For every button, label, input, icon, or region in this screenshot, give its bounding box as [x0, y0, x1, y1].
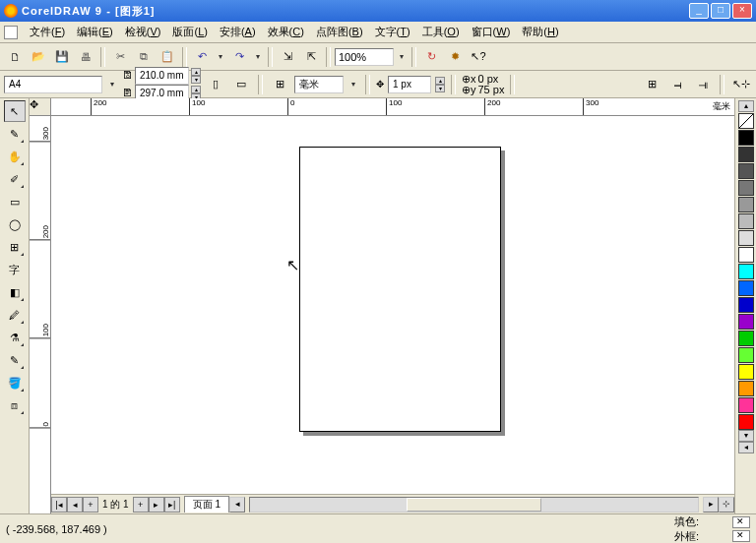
document-icon[interactable] [4, 26, 18, 39]
color-swatch[interactable] [738, 264, 754, 279]
color-swatch[interactable] [738, 230, 754, 246]
first-page-button[interactable]: |◂ [51, 497, 67, 513]
page-dup-icon[interactable]: ⊞ [269, 74, 290, 95]
launch-button[interactable]: ✹ [444, 46, 466, 68]
zoom-level-field[interactable]: 100% [335, 48, 394, 66]
minimize-button[interactable]: _ [689, 3, 709, 19]
color-swatch[interactable] [738, 347, 754, 363]
menu-v[interactable]: 检视(V) [119, 24, 167, 39]
import-button[interactable]: ⇲ [277, 46, 298, 68]
zoom-dropdown[interactable]: ▾ [396, 52, 408, 61]
drawing-canvas[interactable]: ↖ [51, 116, 734, 494]
color-swatch[interactable] [738, 180, 754, 196]
portrait-button[interactable]: ▯ [205, 74, 226, 95]
outline-tool[interactable]: ✎ [4, 349, 26, 371]
fill-indicator[interactable] [732, 516, 750, 528]
paper-dropdown[interactable]: ▾ [106, 80, 118, 89]
add-page-before-button[interactable]: + [83, 497, 98, 513]
next-page-button[interactable]: ▸ [149, 497, 164, 513]
nudge-field[interactable]: 1 px [388, 76, 431, 93]
rectangle-tool[interactable]: ▭ [4, 191, 26, 212]
snap-guides-button[interactable]: ⫤ [666, 74, 688, 95]
color-swatch[interactable] [738, 280, 754, 296]
hand-tool[interactable]: ✋ [4, 146, 26, 167]
page-width-field[interactable]: 210.0 mm [135, 67, 189, 85]
fill-tool[interactable]: 🪣 [4, 372, 26, 393]
freehand-tool[interactable]: ✐ [4, 168, 26, 190]
new-button[interactable]: 🗋 [4, 46, 26, 68]
maximize-button[interactable]: □ [711, 3, 730, 19]
color-swatch[interactable] [738, 397, 754, 413]
no-color-swatch[interactable] [738, 113, 754, 129]
save-button[interactable]: 💾 [51, 46, 73, 68]
help-cursor-button[interactable]: ↖? [468, 46, 489, 68]
color-swatch[interactable] [738, 297, 754, 313]
color-swatch[interactable] [738, 364, 754, 380]
units-dropdown[interactable]: ▾ [347, 80, 359, 89]
menu-l[interactable]: 版面(L) [166, 24, 213, 39]
export-button[interactable]: ⇱ [300, 46, 322, 68]
menu-h[interactable]: 帮助(H) [516, 24, 564, 39]
color-swatch[interactable] [738, 213, 754, 229]
prev-page-button[interactable]: ◂ [67, 497, 83, 513]
refresh-button[interactable]: ↻ [420, 46, 442, 68]
horizontal-scrollbar[interactable] [249, 497, 699, 513]
color-swatch[interactable] [738, 314, 754, 330]
polygon-tool[interactable]: ⊞ [4, 236, 26, 258]
color-swatch[interactable] [738, 147, 754, 162]
hscroll-right-button[interactable]: ▸ [703, 497, 719, 513]
cut-button[interactable]: ✂ [109, 46, 131, 68]
menu-f[interactable]: 文件(F) [24, 24, 71, 39]
color-swatch[interactable] [738, 197, 754, 212]
dup-y-field[interactable]: 75 px [478, 85, 505, 95]
page-tab[interactable]: 页面 1 [184, 496, 229, 513]
last-page-button[interactable]: ▸| [164, 497, 180, 513]
color-swatch[interactable] [738, 414, 754, 430]
shape-tool[interactable]: ✎ [4, 123, 26, 145]
ellipse-tool[interactable]: ◯ [4, 213, 26, 235]
landscape-button[interactable]: ▭ [230, 74, 252, 95]
units-field[interactable]: 毫米 [294, 76, 344, 93]
color-swatch[interactable] [738, 381, 754, 396]
color-swatch[interactable] [738, 130, 754, 146]
hscroll-thumb[interactable] [407, 498, 540, 512]
menu-b[interactable]: 点阵图(B) [310, 24, 369, 39]
vertical-ruler[interactable]: 3002001000 [30, 116, 51, 513]
menu-w[interactable]: 窗口(W) [466, 24, 517, 39]
hscroll-left-button[interactable]: ◂ [229, 497, 245, 513]
text-tool[interactable]: 字 [4, 259, 26, 280]
undo-dropdown[interactable]: ▾ [215, 52, 226, 61]
navigator-button[interactable]: ⊹ [719, 497, 734, 513]
paste-button[interactable]: 📋 [157, 46, 178, 68]
color-swatch[interactable] [738, 163, 754, 179]
menu-t[interactable]: 文字(T) [369, 24, 416, 39]
add-page-after-button[interactable]: + [133, 497, 149, 513]
dup-x-field[interactable]: 0 px [478, 74, 499, 85]
color-swatch[interactable] [738, 247, 754, 263]
menu-o[interactable]: 工具(O) [416, 24, 466, 39]
menu-e[interactable]: 编辑(E) [71, 24, 119, 39]
eyedropper-tool[interactable]: ⚗ [4, 327, 26, 348]
outline-indicator[interactable] [732, 530, 750, 542]
snap-grid-button[interactable]: ⊞ [641, 74, 662, 95]
interactive-blend-tool[interactable]: ⧈ [4, 394, 26, 416]
close-button[interactable]: × [732, 3, 752, 19]
palette-scroll-up[interactable]: ▴ [738, 100, 754, 112]
horizontal-ruler[interactable]: 2001000100200300 [51, 98, 734, 116]
page[interactable] [299, 147, 501, 432]
menu-a[interactable]: 安排(A) [214, 24, 262, 39]
paper-size-field[interactable]: A4 [4, 76, 102, 93]
color-swatch[interactable] [738, 331, 754, 346]
options-button[interactable]: ↖⊹ [730, 74, 752, 95]
print-button[interactable]: 🖶 [75, 46, 96, 68]
pick-tool[interactable]: ↖ [4, 100, 26, 122]
interactive-fill-tool[interactable]: ◧ [4, 281, 26, 303]
snap-objects-button[interactable]: ⫣ [692, 74, 714, 95]
redo-button[interactable]: ↷ [228, 46, 250, 68]
undo-button[interactable]: ↶ [191, 46, 213, 68]
open-button[interactable]: 📂 [28, 46, 49, 68]
menu-c[interactable]: 效果(C) [262, 24, 310, 39]
palette-scroll-down[interactable]: ▾ [738, 430, 754, 442]
copy-button[interactable]: ⧉ [133, 46, 155, 68]
ruler-origin[interactable]: ✥ [30, 98, 51, 116]
